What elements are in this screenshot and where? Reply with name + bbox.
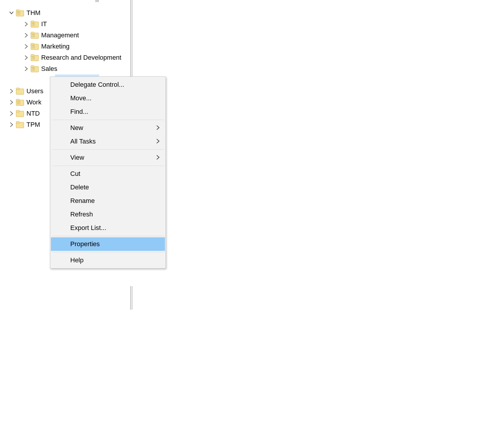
ou-folder-icon — [16, 9, 24, 17]
tree-item-management[interactable]: Management — [0, 30, 121, 41]
menu-item-label: Properties — [70, 240, 100, 248]
menu-separator — [52, 149, 164, 150]
menu-item-refresh[interactable]: Refresh — [51, 208, 165, 221]
menu-separator — [52, 236, 164, 236]
chevron-right-icon[interactable] — [24, 44, 29, 49]
chevron-right-icon — [156, 124, 160, 132]
ou-folder-icon — [31, 54, 39, 61]
folder-icon — [16, 121, 24, 129]
chevron-right-icon[interactable] — [9, 122, 14, 127]
ou-folder-icon — [31, 43, 39, 50]
chevron-right-icon — [156, 154, 160, 161]
tree-item-sales[interactable]: Sales — [0, 63, 121, 74]
chevron-right-icon[interactable] — [9, 89, 14, 94]
tree-item-label: TPM — [26, 119, 40, 130]
menu-item-help[interactable]: Help — [51, 253, 165, 267]
menu-item-label: Delete — [70, 184, 89, 191]
menu-item-cut[interactable]: Cut — [51, 167, 165, 181]
tree-item-label: THM — [26, 7, 41, 19]
tree-item-label: Work — [26, 97, 41, 108]
splitter-grip-icon — [96, 0, 99, 2]
menu-item-delegate-control[interactable]: Delegate Control... — [51, 78, 165, 91]
menu-item-properties[interactable]: Properties — [51, 237, 165, 251]
pane-splitter[interactable] — [130, 0, 133, 76]
tree-item-label: Users — [26, 86, 43, 97]
chevron-right-icon[interactable] — [9, 111, 14, 116]
ou-folder-icon — [31, 20, 39, 28]
menu-separator — [52, 166, 164, 166]
pane-splitter[interactable] — [130, 286, 133, 310]
ou-folder-icon — [31, 65, 39, 73]
tree-item-research-and-development[interactable]: Research and Development — [0, 52, 121, 63]
tree-item-label: IT — [41, 19, 47, 30]
menu-item-find[interactable]: Find... — [51, 105, 165, 119]
menu-item-label: Rename — [70, 197, 95, 205]
menu-item-label: Find... — [70, 108, 88, 116]
menu-item-label: View — [70, 154, 84, 161]
menu-item-new[interactable]: New — [51, 121, 165, 135]
menu-item-label: All Tasks — [70, 138, 96, 145]
ou-folder-icon — [31, 31, 39, 39]
menu-item-delete[interactable]: Delete — [51, 181, 165, 194]
tree-item-label: Research and Development — [41, 52, 121, 63]
tree-item-label: Marketing — [41, 41, 70, 52]
context-menu: Delegate Control... Move... Find... New … — [50, 76, 166, 268]
menu-item-label: Move... — [70, 94, 91, 102]
tree-item-it[interactable]: IT — [0, 19, 121, 30]
menu-item-all-tasks[interactable]: All Tasks — [51, 135, 165, 148]
menu-item-rename[interactable]: Rename — [51, 194, 165, 208]
tree-item-label: NTD — [26, 108, 40, 119]
tree-item-label: Management — [41, 30, 79, 41]
menu-item-label: Cut — [70, 170, 80, 178]
folder-icon — [16, 110, 24, 117]
menu-item-label: Help — [70, 256, 84, 264]
menu-separator — [52, 252, 164, 252]
menu-item-view[interactable]: View — [51, 151, 165, 164]
menu-item-label: Export List... — [70, 224, 106, 232]
menu-separator — [52, 120, 164, 120]
folder-icon — [16, 87, 24, 95]
chevron-right-icon[interactable] — [24, 33, 29, 38]
chevron-right-icon[interactable] — [9, 100, 14, 105]
menu-item-export-list[interactable]: Export List... — [51, 221, 165, 235]
chevron-right-icon[interactable] — [24, 21, 29, 27]
menu-item-move[interactable]: Move... — [51, 91, 165, 105]
menu-item-label: New — [70, 124, 83, 132]
ou-folder-icon — [16, 99, 24, 106]
tree-item-label: Sales — [41, 63, 57, 74]
chevron-down-icon[interactable] — [9, 10, 14, 16]
chevron-right-icon[interactable] — [24, 55, 29, 60]
chevron-right-icon — [156, 138, 160, 145]
tree-item-thm[interactable]: THM — [0, 7, 121, 19]
menu-item-label: Delegate Control... — [70, 81, 124, 89]
menu-item-label: Refresh — [70, 211, 93, 218]
chevron-right-icon[interactable] — [24, 66, 29, 71]
tree-item-marketing[interactable]: Marketing — [0, 41, 121, 52]
